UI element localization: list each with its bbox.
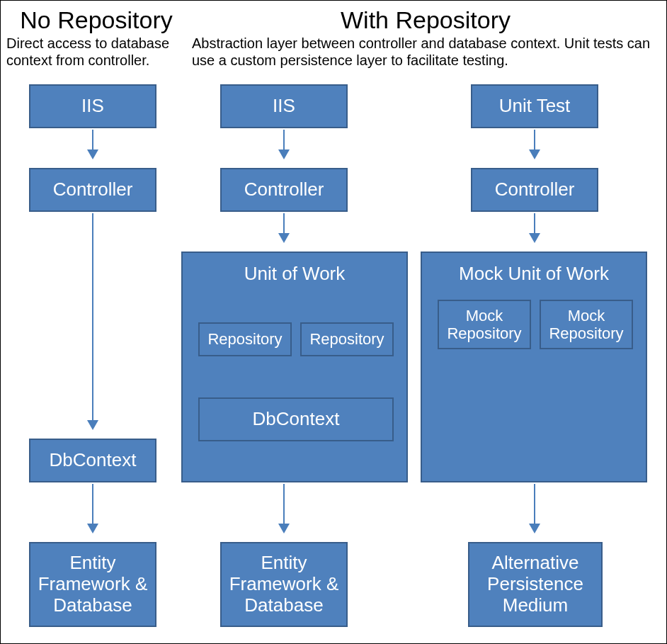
with-repo-title: With Repository <box>326 6 525 34</box>
box-label: Alternative Persistence Medium <box>469 553 601 616</box>
box-label: Entity Framework & Database <box>30 553 155 616</box>
box-label: Mock Repository <box>541 307 632 343</box>
box-label: Controller <box>244 179 324 200</box>
box-label: Entity Framework & Database <box>222 553 346 616</box>
arrow-icon <box>534 484 535 532</box>
box-mock-repository-2: Mock Repository <box>540 300 633 349</box>
box-mock-unit-of-work: Mock Unit of Work Mock Repository Mock R… <box>421 252 647 482</box>
box-repository-2: Repository <box>300 322 394 356</box>
arrow-icon <box>534 213 535 242</box>
box-iis-right: IIS <box>220 84 348 128</box>
arrow-icon <box>283 130 285 158</box>
box-label: Controller <box>53 179 133 200</box>
arrow-icon <box>92 130 93 158</box>
mock-uow-title: Mock Unit of Work <box>422 263 646 285</box>
arrow-icon <box>283 213 285 242</box>
box-label: Unit Test <box>499 96 571 117</box>
box-dbcontext-inner: DbContext <box>198 397 394 441</box>
no-repo-desc: Direct access to database context from c… <box>6 35 183 69</box>
box-label: IIS <box>273 96 295 117</box>
box-label: Repository <box>309 330 384 348</box>
box-mock-repository-1: Mock Repository <box>438 300 531 349</box>
no-repo-title: No Repository <box>15 6 178 34</box>
box-label: DbContext <box>253 409 340 430</box>
box-label: IIS <box>81 96 104 117</box>
with-repo-desc: Abstraction layer between controller and… <box>192 35 659 69</box>
box-repository-1: Repository <box>198 322 292 356</box>
box-controller-left: Controller <box>29 168 156 212</box>
box-label: DbContext <box>50 450 137 471</box>
box-label: Repository <box>207 330 282 348</box>
box-dbcontext-left: DbContext <box>29 439 156 482</box>
arrow-icon <box>92 213 93 429</box>
arrow-icon <box>283 484 285 532</box>
box-controller-rightA: Controller <box>220 168 348 212</box>
uow-title: Unit of Work <box>183 263 406 285</box>
box-ef-right: Entity Framework & Database <box>220 542 348 627</box>
box-iis-left: IIS <box>29 84 156 128</box>
box-unit-of-work: Unit of Work Repository Repository DbCon… <box>181 252 408 482</box>
arrow-icon <box>92 484 93 532</box>
box-label: Mock Repository <box>439 307 530 343</box>
box-controller-rightB: Controller <box>471 168 598 212</box>
box-ef-left: Entity Framework & Database <box>29 542 156 627</box>
arrow-icon <box>534 130 535 158</box>
box-unit-test: Unit Test <box>471 84 598 128</box>
box-label: Controller <box>495 179 575 200</box>
box-alt-persistence: Alternative Persistence Medium <box>468 542 603 627</box>
